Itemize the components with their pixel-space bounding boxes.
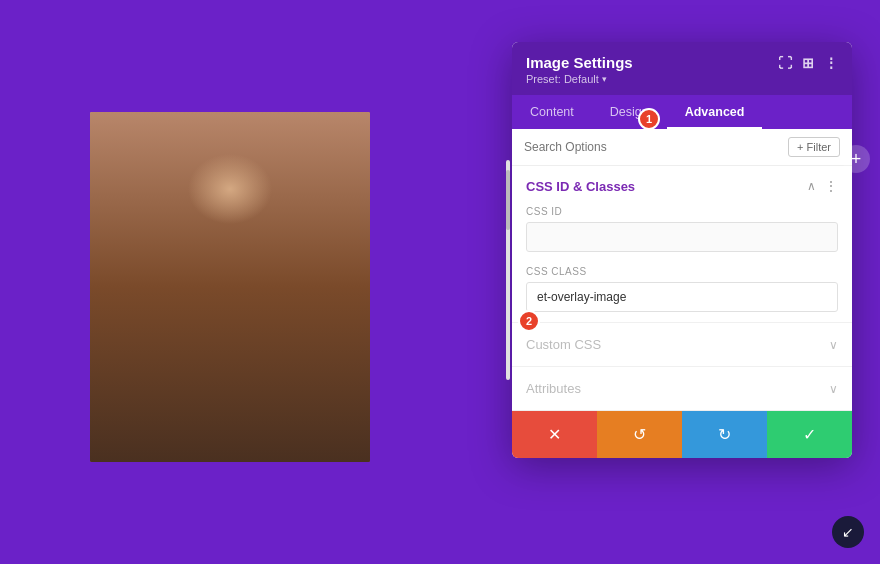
tab-content[interactable]: Content <box>512 95 592 129</box>
custom-css-title: Custom CSS <box>526 337 601 352</box>
step-2-badge: 2 <box>518 310 540 332</box>
panel-footer: ✕ ↺ ↻ ✓ <box>512 410 852 458</box>
panel-header: Image Settings ⛶ ⊞ ⋮ Preset: Default ▾ <box>512 42 852 95</box>
tab-advanced[interactable]: Advanced <box>667 95 763 129</box>
split-view-icon[interactable]: ⊞ <box>802 55 814 71</box>
section-more-icon[interactable]: ⋮ <box>824 178 838 194</box>
plus-button[interactable]: + <box>842 145 870 173</box>
filter-button[interactable]: + Filter <box>788 137 840 157</box>
search-input[interactable] <box>524 140 780 154</box>
attributes-title: Attributes <box>526 381 581 396</box>
custom-css-section[interactable]: Custom CSS ∨ <box>512 322 852 366</box>
css-section-title: CSS ID & Classes <box>526 179 635 194</box>
panel-title-text: Image Settings <box>526 54 633 71</box>
css-class-group: CSS Class <box>512 262 852 322</box>
collapse-icon[interactable]: ∧ <box>807 179 816 193</box>
settings-panel: Image Settings ⛶ ⊞ ⋮ Preset: Default ▾ C… <box>512 42 852 458</box>
redo-button[interactable]: ↻ <box>682 411 767 458</box>
portrait-image <box>90 112 370 462</box>
css-id-input[interactable] <box>526 222 838 252</box>
step-1-badge: 1 <box>638 108 660 130</box>
fullscreen-icon[interactable]: ⛶ <box>778 55 792 71</box>
css-class-label: CSS Class <box>526 266 838 277</box>
css-section-header: CSS ID & Classes ∧ ⋮ <box>512 166 852 202</box>
attributes-chevron: ∨ <box>829 382 838 396</box>
scrollbar <box>506 160 510 380</box>
panel-title-row: Image Settings ⛶ ⊞ ⋮ <box>526 54 838 71</box>
confirm-button[interactable]: ✓ <box>767 411 852 458</box>
panel-body: + Filter CSS ID & Classes ∧ ⋮ CSS ID CSS… <box>512 129 852 410</box>
more-options-icon[interactable]: ⋮ <box>824 55 838 71</box>
search-row: + Filter <box>512 129 852 166</box>
cancel-button[interactable]: ✕ <box>512 411 597 458</box>
bottom-right-icon: ↙ <box>832 516 864 548</box>
preset-dropdown-arrow: ▾ <box>602 74 607 84</box>
custom-css-chevron: ∨ <box>829 338 838 352</box>
css-id-group: CSS ID <box>512 202 852 262</box>
panel-icon-group: ⛶ ⊞ ⋮ <box>778 55 838 71</box>
photo-background <box>90 112 370 462</box>
section-controls: ∧ ⋮ <box>807 178 838 194</box>
tab-bar: Content Design Advanced <box>512 95 852 129</box>
preset-label[interactable]: Preset: Default ▾ <box>526 73 838 85</box>
css-id-label: CSS ID <box>526 206 838 217</box>
scroll-thumb[interactable] <box>506 170 510 230</box>
attributes-section[interactable]: Attributes ∨ <box>512 366 852 410</box>
css-class-input[interactable] <box>526 282 838 312</box>
undo-button[interactable]: ↺ <box>597 411 682 458</box>
